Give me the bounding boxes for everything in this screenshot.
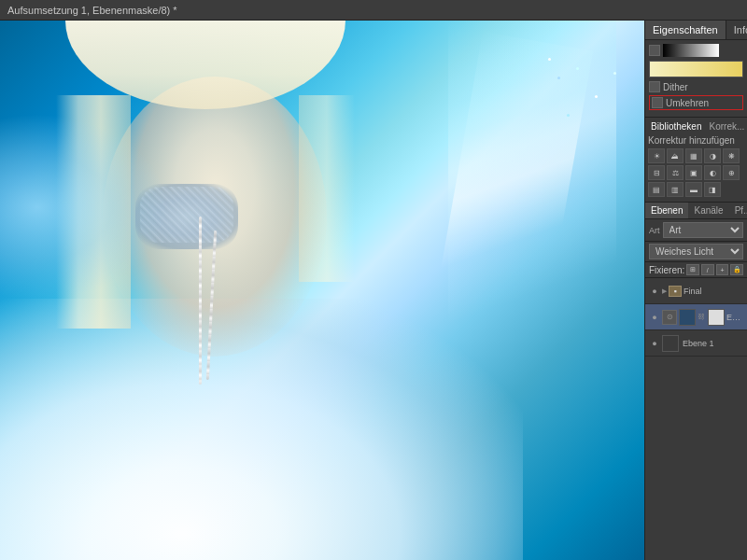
layer-eye-ebene1[interactable]: ●: [649, 338, 660, 349]
layer-item-final[interactable]: ● ▶ ▪ Final: [645, 278, 747, 304]
adjustment-icons-row1: ☀ ⛰ ▦ ◑ ❋: [648, 148, 744, 163]
ebenen-tabs: Ebenen Kanäle Pf...: [645, 203, 747, 219]
curves-icon[interactable]: ⛰: [667, 148, 684, 163]
korrektur-hinzufuegen-label: Korrektur hinzufügen: [648, 135, 744, 146]
hair-right: [299, 95, 355, 282]
dither-checkbox[interactable]: [649, 81, 660, 92]
brightness-icon[interactable]: ☀: [648, 148, 665, 163]
expand-arrow-final[interactable]: ▶: [662, 287, 667, 295]
lib-tabs: Bibliotheken Korrek...: [648, 120, 744, 133]
tab-kanaele[interactable]: Kanäle: [688, 203, 728, 218]
layer-thumb-ebene2: [679, 309, 696, 326]
fix-checkerboard-icon[interactable]: ⊞: [686, 264, 699, 275]
tab-ebenen[interactable]: Ebenen: [645, 203, 688, 218]
layer-list: ● ▶ ▪ Final ● ⊙ ⛓ Ebene 2: [645, 278, 747, 560]
hsl-icon[interactable]: ⊟: [648, 165, 665, 180]
layer-eye-ebene2[interactable]: ●: [649, 312, 660, 323]
art-select[interactable]: Art: [663, 222, 743, 238]
dither-label: Dither: [663, 82, 688, 92]
vibrance-icon[interactable]: ❋: [723, 148, 740, 163]
canvas-area: [0, 21, 644, 560]
right-panel: Eigenschaften Info Dither Umke: [644, 21, 747, 560]
libraries-section: Bibliotheken Korrek... Korrektur hinzufü…: [645, 118, 747, 203]
umkehren-row: Umkehren: [649, 95, 743, 110]
blend-row: Weiches Licht: [645, 242, 747, 262]
gradient-preview[interactable]: [663, 44, 719, 57]
adjustment-icons-row3: ▤ ▥ ▬ ◨: [648, 182, 744, 197]
layer-name-ebene2: Ebene 2: [726, 313, 743, 322]
umkehren-checkbox[interactable]: [652, 97, 663, 108]
fixieren-row: Fixieren: ⊞ / + 🔒: [645, 262, 747, 278]
layer-mask-ebene2[interactable]: [708, 309, 725, 326]
tab-eigenschaften[interactable]: Eigenschaften: [645, 21, 726, 39]
selective-color-icon[interactable]: ◨: [704, 182, 721, 197]
sparkles: [548, 58, 551, 61]
layer-item-ebene2[interactable]: ● ⊙ ⛓ Ebene 2: [645, 304, 747, 330]
gradient-color-bar[interactable]: [649, 61, 743, 77]
threshold-icon[interactable]: ▥: [667, 182, 684, 197]
layer-name-final: Final: [684, 287, 743, 296]
mixer-icon[interactable]: ⊕: [723, 165, 740, 180]
umkehren-label: Umkehren: [666, 98, 709, 108]
canvas-image: [0, 21, 644, 560]
pearl-strand-1: [199, 217, 202, 385]
tab-korrekturen[interactable]: Korrek...: [706, 120, 747, 133]
fix-brush-icon[interactable]: /: [701, 264, 714, 275]
bw-icon[interactable]: ▣: [685, 165, 702, 180]
exposure-icon[interactable]: ◑: [704, 148, 721, 163]
fixieren-label: Fixieren:: [649, 265, 684, 275]
art-filter-row: Art Art: [645, 219, 747, 242]
light-burst-left: [0, 114, 168, 301]
layer-name-ebene1: Ebene 1: [683, 339, 743, 348]
adjustment-icons-row2: ⊟ ⚖ ▣ ◐ ⊕: [648, 165, 744, 180]
gradient-map-icon[interactable]: ▬: [685, 182, 702, 197]
gradient-checkbox[interactable]: [649, 45, 660, 56]
layer-thumb-ebene1: [662, 335, 679, 352]
tab-info[interactable]: Info: [726, 21, 747, 39]
layer-item-ebene1[interactable]: ● Ebene 1: [645, 330, 747, 357]
gradient-row: [649, 44, 743, 57]
blend-mode-select[interactable]: Weiches Licht: [649, 244, 743, 259]
posterize-icon[interactable]: ▤: [648, 182, 665, 197]
fix-all-icon[interactable]: 🔒: [730, 264, 743, 275]
adj-layer-icon-ebene2: ⊙: [662, 310, 677, 325]
photo-simulation: [0, 21, 644, 560]
layer-eye-final[interactable]: ●: [649, 286, 660, 297]
art-label: Art: [649, 226, 660, 235]
layer-chain-ebene2: ⛓: [698, 313, 705, 321]
title-bar: Aufsumsetzung 1, Ebenenmaske/8) *: [0, 0, 747, 21]
photo-filter-icon[interactable]: ◐: [704, 165, 721, 180]
tab-pfade[interactable]: Pf...: [729, 203, 747, 218]
dither-row: Dither: [649, 81, 743, 92]
top-panel-tabs: Eigenschaften Info: [645, 21, 747, 40]
fix-move-icon[interactable]: +: [716, 264, 729, 275]
levels-icon[interactable]: ▦: [685, 148, 702, 163]
ebenen-section: Ebenen Kanäle Pf... Art Art Weiches: [645, 203, 747, 560]
tab-bibliotheken[interactable]: Bibliotheken: [648, 120, 704, 133]
folder-icon-final: ▪: [669, 286, 682, 297]
colorbalance-icon[interactable]: ⚖: [667, 165, 684, 180]
document-title: Aufsumsetzung 1, Ebenenmaske/8) *: [7, 5, 177, 16]
main-layout: Eigenschaften Info Dither Umke: [0, 21, 747, 560]
properties-panel: Dither Umkehren: [645, 40, 747, 118]
